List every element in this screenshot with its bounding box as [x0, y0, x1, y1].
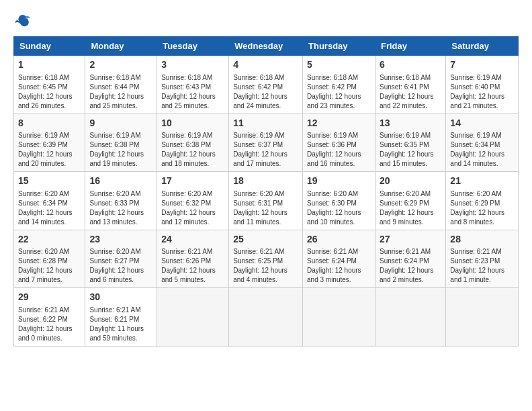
day-number: 26 [307, 233, 371, 246]
col-header-tuesday: Tuesday [157, 37, 229, 56]
day-info: Sunrise: 6:18 AM Sunset: 6:42 PM Dayligh… [307, 73, 371, 111]
day-number: 3 [161, 58, 224, 72]
day-number: 13 [380, 117, 441, 130]
day-number: 9 [89, 117, 152, 130]
week-row-3: 15Sunrise: 6:20 AM Sunset: 6:34 PM Dayli… [14, 172, 519, 230]
day-cell: 22Sunrise: 6:20 AM Sunset: 6:28 PM Dayli… [14, 230, 85, 288]
day-info: Sunrise: 6:20 AM Sunset: 6:30 PM Dayligh… [307, 189, 371, 227]
col-header-friday: Friday [375, 37, 445, 56]
day-cell: 14Sunrise: 6:19 AM Sunset: 6:34 PM Dayli… [446, 113, 519, 172]
day-cell: 15Sunrise: 6:20 AM Sunset: 6:34 PM Dayli… [14, 172, 85, 230]
day-number: 27 [380, 233, 441, 246]
day-cell: 30Sunrise: 6:21 AM Sunset: 6:21 PM Dayli… [85, 288, 157, 347]
day-info: Sunrise: 6:19 AM Sunset: 6:36 PM Dayligh… [307, 131, 371, 169]
day-info: Sunrise: 6:19 AM Sunset: 6:38 PM Dayligh… [89, 131, 152, 169]
day-cell: 8Sunrise: 6:19 AM Sunset: 6:39 PM Daylig… [14, 113, 85, 172]
day-number: 17 [161, 175, 224, 188]
day-info: Sunrise: 6:19 AM Sunset: 6:34 PM Dayligh… [450, 131, 514, 169]
day-cell [446, 288, 519, 347]
day-cell: 1Sunrise: 6:18 AM Sunset: 6:45 PM Daylig… [14, 56, 85, 114]
day-number: 23 [89, 233, 152, 246]
day-number: 20 [380, 175, 441, 188]
day-info: Sunrise: 6:19 AM Sunset: 6:37 PM Dayligh… [233, 131, 298, 169]
calendar-table: SundayMondayTuesdayWednesdayThursdayFrid… [13, 36, 519, 347]
day-cell: 17Sunrise: 6:20 AM Sunset: 6:32 PM Dayli… [157, 172, 229, 230]
day-number: 4 [233, 58, 298, 72]
day-cell: 5Sunrise: 6:18 AM Sunset: 6:42 PM Daylig… [303, 56, 375, 114]
day-cell: 25Sunrise: 6:21 AM Sunset: 6:25 PM Dayli… [229, 230, 303, 288]
week-row-5: 29Sunrise: 6:21 AM Sunset: 6:22 PM Dayli… [14, 288, 519, 347]
day-number: 8 [18, 117, 81, 130]
day-cell: 3Sunrise: 6:18 AM Sunset: 6:43 PM Daylig… [157, 56, 229, 114]
day-cell: 7Sunrise: 6:19 AM Sunset: 6:40 PM Daylig… [446, 56, 519, 114]
day-number: 10 [161, 117, 224, 130]
logo-icon [13, 12, 32, 31]
day-cell: 11Sunrise: 6:19 AM Sunset: 6:37 PM Dayli… [229, 113, 303, 172]
day-cell: 9Sunrise: 6:19 AM Sunset: 6:38 PM Daylig… [85, 113, 157, 172]
day-number: 28 [450, 233, 514, 246]
week-row-4: 22Sunrise: 6:20 AM Sunset: 6:28 PM Dayli… [14, 230, 519, 288]
day-info: Sunrise: 6:18 AM Sunset: 6:42 PM Dayligh… [233, 73, 298, 111]
day-info: Sunrise: 6:19 AM Sunset: 6:38 PM Dayligh… [161, 131, 224, 169]
day-cell: 29Sunrise: 6:21 AM Sunset: 6:22 PM Dayli… [14, 288, 85, 347]
header-row: SundayMondayTuesdayWednesdayThursdayFrid… [14, 37, 519, 56]
day-info: Sunrise: 6:18 AM Sunset: 6:45 PM Dayligh… [18, 73, 81, 111]
day-number: 22 [18, 233, 81, 246]
day-info: Sunrise: 6:19 AM Sunset: 6:39 PM Dayligh… [18, 131, 81, 169]
day-info: Sunrise: 6:21 AM Sunset: 6:24 PM Dayligh… [307, 247, 371, 285]
col-header-thursday: Thursday [303, 37, 375, 56]
day-info: Sunrise: 6:20 AM Sunset: 6:29 PM Dayligh… [450, 189, 514, 227]
day-cell: 13Sunrise: 6:19 AM Sunset: 6:35 PM Dayli… [375, 113, 445, 172]
day-number: 1 [18, 58, 81, 72]
day-number: 25 [233, 233, 298, 246]
day-cell: 16Sunrise: 6:20 AM Sunset: 6:33 PM Dayli… [85, 172, 157, 230]
day-number: 18 [233, 175, 298, 188]
day-cell: 24Sunrise: 6:21 AM Sunset: 6:26 PM Dayli… [157, 230, 229, 288]
day-number: 16 [89, 175, 152, 188]
day-number: 2 [89, 58, 152, 72]
col-header-saturday: Saturday [446, 37, 519, 56]
day-number: 11 [233, 117, 298, 130]
day-cell [303, 288, 375, 347]
day-cell: 4Sunrise: 6:18 AM Sunset: 6:42 PM Daylig… [229, 56, 303, 114]
day-number: 19 [307, 175, 371, 188]
header [13, 12, 519, 31]
day-info: Sunrise: 6:20 AM Sunset: 6:32 PM Dayligh… [161, 189, 224, 227]
day-cell: 10Sunrise: 6:19 AM Sunset: 6:38 PM Dayli… [157, 113, 229, 172]
day-cell: 23Sunrise: 6:20 AM Sunset: 6:27 PM Dayli… [85, 230, 157, 288]
day-cell: 21Sunrise: 6:20 AM Sunset: 6:29 PM Dayli… [446, 172, 519, 230]
day-number: 7 [450, 58, 514, 72]
day-info: Sunrise: 6:18 AM Sunset: 6:41 PM Dayligh… [380, 73, 441, 111]
day-cell: 26Sunrise: 6:21 AM Sunset: 6:24 PM Dayli… [303, 230, 375, 288]
day-info: Sunrise: 6:20 AM Sunset: 6:27 PM Dayligh… [89, 247, 152, 285]
day-info: Sunrise: 6:21 AM Sunset: 6:24 PM Dayligh… [380, 247, 441, 285]
day-info: Sunrise: 6:20 AM Sunset: 6:33 PM Dayligh… [89, 189, 152, 227]
day-info: Sunrise: 6:18 AM Sunset: 6:44 PM Dayligh… [89, 73, 152, 111]
page: SundayMondayTuesdayWednesdayThursdayFrid… [0, 0, 532, 353]
day-cell: 20Sunrise: 6:20 AM Sunset: 6:29 PM Dayli… [375, 172, 445, 230]
day-info: Sunrise: 6:20 AM Sunset: 6:31 PM Dayligh… [233, 189, 298, 227]
day-number: 21 [450, 175, 514, 188]
day-number: 30 [89, 291, 152, 304]
day-number: 5 [307, 58, 371, 72]
day-info: Sunrise: 6:19 AM Sunset: 6:40 PM Dayligh… [450, 73, 514, 111]
day-cell [229, 288, 303, 347]
day-info: Sunrise: 6:21 AM Sunset: 6:21 PM Dayligh… [89, 306, 152, 343]
day-info: Sunrise: 6:20 AM Sunset: 6:28 PM Dayligh… [18, 247, 81, 285]
day-info: Sunrise: 6:21 AM Sunset: 6:22 PM Dayligh… [18, 306, 81, 343]
col-header-sunday: Sunday [14, 37, 85, 56]
day-cell: 18Sunrise: 6:20 AM Sunset: 6:31 PM Dayli… [229, 172, 303, 230]
day-cell: 19Sunrise: 6:20 AM Sunset: 6:30 PM Dayli… [303, 172, 375, 230]
week-row-2: 8Sunrise: 6:19 AM Sunset: 6:39 PM Daylig… [14, 113, 519, 172]
day-info: Sunrise: 6:20 AM Sunset: 6:34 PM Dayligh… [18, 189, 81, 227]
day-cell: 28Sunrise: 6:21 AM Sunset: 6:23 PM Dayli… [446, 230, 519, 288]
week-row-1: 1Sunrise: 6:18 AM Sunset: 6:45 PM Daylig… [14, 56, 519, 114]
day-number: 14 [450, 117, 514, 130]
col-header-monday: Monday [85, 37, 157, 56]
day-number: 6 [380, 58, 441, 72]
day-cell: 6Sunrise: 6:18 AM Sunset: 6:41 PM Daylig… [375, 56, 445, 114]
day-info: Sunrise: 6:21 AM Sunset: 6:25 PM Dayligh… [233, 247, 298, 285]
day-number: 15 [18, 175, 81, 188]
logo [13, 12, 35, 31]
col-header-wednesday: Wednesday [229, 37, 303, 56]
